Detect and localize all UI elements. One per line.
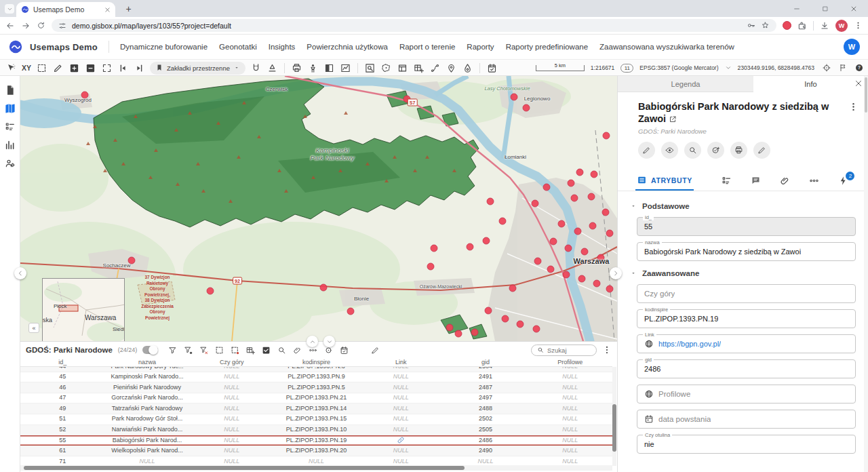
column-kodinspire[interactable]: kodinspire xyxy=(274,358,359,366)
sidebar-item-map[interactable] xyxy=(4,102,16,114)
sidebar-item-layers[interactable] xyxy=(4,121,16,132)
print-tool[interactable] xyxy=(291,62,302,74)
tab-attachments[interactable] xyxy=(780,176,791,186)
minimap-collapse-button[interactable]: « xyxy=(28,323,39,333)
tab-checklist[interactable] xyxy=(722,176,732,186)
table-toggle[interactable] xyxy=(142,346,158,354)
field-profilowe[interactable]: Profilowe xyxy=(637,385,856,404)
edit-table-tool[interactable] xyxy=(370,345,380,355)
field-id[interactable]: id_55 xyxy=(637,217,856,236)
table-search-input[interactable] xyxy=(547,347,595,354)
bookmark-star-icon[interactable] xyxy=(761,21,770,30)
history-tool[interactable] xyxy=(339,345,349,355)
menu-raporty[interactable]: Raporty xyxy=(467,43,494,51)
site-info-icon[interactable] xyxy=(58,22,66,30)
report-area-tool[interactable] xyxy=(837,62,848,74)
collapse-left-panel-button[interactable] xyxy=(14,267,26,279)
collapse-right-panel-button[interactable] xyxy=(610,267,622,279)
field-kodinspire[interactable]: kodinspirePL.ZIPOP.1393.PN.19 xyxy=(637,309,856,328)
maximize-button[interactable] xyxy=(811,0,840,17)
menu-raporty-predefiniowane[interactable]: Raporty predefiniowane xyxy=(506,43,588,51)
select-features-tool[interactable] xyxy=(5,62,17,74)
table-row[interactable]: 61Wielkopolski Park Narod...NULLPL.ZIPOP… xyxy=(20,446,612,457)
tab-info[interactable]: Info xyxy=(753,76,868,92)
xy-coordinates-tool[interactable]: XY xyxy=(22,62,31,74)
menu-insights[interactable]: Insights xyxy=(269,43,296,51)
map-canvas[interactable]: WyszogródCzerwiskLasy ChotomowskieLegion… xyxy=(20,76,617,341)
table-row[interactable]: 51Park Narodowy Gór Stoł...NULLPL.ZIPOP.… xyxy=(20,414,612,425)
spatial-bookmarks-dropdown[interactable]: Zakładki przestrzenne xyxy=(150,62,245,75)
menu-dynamiczne-buforowanie[interactable]: Dynamiczne buforowanie xyxy=(120,43,208,51)
new-tab-button[interactable]: + xyxy=(123,3,134,14)
tab-actions[interactable]: 2 xyxy=(838,176,849,186)
menu-geonotatki[interactable]: Geonotatki xyxy=(219,43,257,51)
forward-icon[interactable] xyxy=(21,21,31,31)
add-record-tool[interactable] xyxy=(245,345,255,355)
external-link-icon[interactable] xyxy=(669,115,677,123)
section-zaawansowane[interactable]: Zaawansowane xyxy=(630,269,856,277)
zoom-to-feature-button[interactable] xyxy=(684,142,701,159)
area-measure-tool[interactable] xyxy=(380,62,392,74)
browser-profile-avatar[interactable]: W xyxy=(835,20,848,32)
column-nazwa[interactable]: nazwa xyxy=(105,358,190,366)
extension-icon[interactable] xyxy=(783,21,791,30)
table-horizontal-scrollbar[interactable] xyxy=(20,465,612,471)
edit-attributes-button[interactable] xyxy=(638,142,655,159)
table-row[interactable]: 55Babiogórski Park Narod...NULLPL.ZIPOP.… xyxy=(20,435,612,446)
help-button[interactable]: ? xyxy=(853,62,865,74)
passwords-key-icon[interactable] xyxy=(747,21,755,30)
table-view-tool[interactable] xyxy=(413,62,425,74)
tab-relations[interactable] xyxy=(809,176,820,186)
back-icon[interactable] xyxy=(5,21,15,31)
scale-ratio[interactable]: 1:216671 xyxy=(591,64,614,71)
table-row[interactable]: 46Pieniński Park NarodowyNULLPL.ZIPOP.13… xyxy=(20,382,612,393)
feature-menu-icon[interactable] xyxy=(848,102,859,112)
hydrant-tool[interactable] xyxy=(462,62,473,74)
chart-tool[interactable] xyxy=(340,62,351,74)
street-view-tool[interactable] xyxy=(307,62,319,74)
filter-applied-tool[interactable] xyxy=(183,345,193,355)
field-czy-g-ry[interactable]: Czy góry xyxy=(637,284,856,303)
table-collapse-button[interactable] xyxy=(323,336,335,347)
table-row[interactable]: 52Narwiański Park Narodo...NULLPL.ZIPOP.… xyxy=(20,425,612,436)
browser-tab[interactable]: Usemaps Demo xyxy=(16,2,115,17)
snapping-tool[interactable] xyxy=(250,62,262,74)
attachments-tool[interactable] xyxy=(292,345,302,355)
tab-close-icon[interactable] xyxy=(104,7,111,13)
sidebar-item-statistics[interactable] xyxy=(4,139,16,151)
route-tool[interactable] xyxy=(429,62,441,74)
table-row[interactable]: 44Park Narodowy Bory Tuc...NULLPL.ZIPOP.… xyxy=(20,367,612,372)
overview-minimap[interactable]: PłockWarszawaSiedlcePolska xyxy=(42,278,125,341)
table-row[interactable]: 45Kampinoski Park Narodo...NULLPL.ZIPOP.… xyxy=(20,372,612,383)
menu-zaawansowana-wyszukiwarka-teren-w[interactable]: Zaawansowana wyszukiwarka terenów xyxy=(599,43,734,51)
show-selected-toggle[interactable] xyxy=(261,345,271,355)
close-window-button[interactable] xyxy=(840,0,868,17)
menu-raport-o-terenie[interactable]: Raport o terenie xyxy=(399,43,455,51)
column-czy-g-ry[interactable]: Czy góry xyxy=(189,358,274,366)
next-view-tool[interactable] xyxy=(134,62,145,74)
table-search[interactable] xyxy=(531,345,597,356)
close-panel-icon[interactable] xyxy=(854,79,863,87)
filter-tool[interactable] xyxy=(167,345,177,355)
draw-tool[interactable] xyxy=(52,62,64,74)
panel-scrollbar[interactable] xyxy=(864,76,868,472)
zoom-in-tool[interactable] xyxy=(68,62,80,74)
field-link[interactable]: Linkhttps://bgpn.gov.pl/ xyxy=(637,334,856,353)
sidebar-item-documents[interactable] xyxy=(4,84,16,96)
location-pin-tool[interactable] xyxy=(446,62,457,74)
field-czy-otulina[interactable]: Czy otulinanie xyxy=(637,435,856,454)
edit-geometry-button[interactable] xyxy=(753,142,770,159)
field-gid[interactable]: gid2486 xyxy=(637,359,856,378)
table-search-tool[interactable] xyxy=(277,345,286,355)
table-row[interactable]: 47Gorczański Park Narodo...NULLPL.ZIPOP.… xyxy=(20,393,612,404)
swipe-tool[interactable] xyxy=(323,62,335,74)
filter-clear-tool[interactable] xyxy=(199,345,208,355)
column-id[interactable]: id_ xyxy=(20,358,105,366)
menu-powierzchnia-u-ytkowa[interactable]: Powierzchnia użytkowa xyxy=(307,43,388,51)
planning-tool[interactable] xyxy=(486,62,498,74)
table-row[interactable]: 71NULLNULLNULLNULLNULLNULL xyxy=(20,456,612,466)
table-body[interactable]: 44Park Narodowy Bory Tuc...NULLPL.ZIPOP.… xyxy=(20,367,612,466)
column-gid[interactable]: gid xyxy=(443,358,528,366)
tab-search-button[interactable] xyxy=(5,4,14,14)
browser-menu-icon[interactable] xyxy=(854,21,863,30)
